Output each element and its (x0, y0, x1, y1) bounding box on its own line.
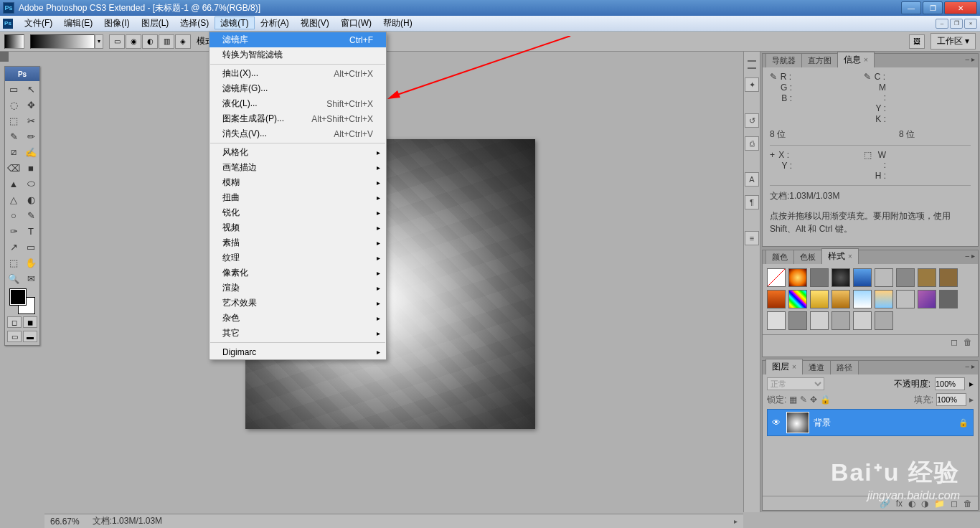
standard-mode-icon[interactable]: ◻ (7, 316, 22, 328)
tool-20[interactable]: ↗ (5, 239, 22, 255)
filter-menu-item[interactable]: 素描 (209, 235, 386, 250)
new-layer-icon[interactable]: ◻ (951, 499, 958, 509)
filter-menu-item[interactable]: 风格化 (209, 145, 386, 160)
quickmask-mode-icon[interactable]: ◼ (23, 316, 37, 328)
doc-close-button[interactable]: × (964, 19, 977, 29)
filter-menu-item[interactable]: 杂色 (209, 311, 386, 326)
menu-i[interactable]: 图像(I) (98, 16, 135, 29)
panel-menu-icon[interactable]: ▸ (971, 252, 975, 260)
filter-menu-item[interactable]: 渲染 (209, 280, 386, 296)
tool-22[interactable]: ⬚ (5, 255, 22, 270)
lock-pixels-icon[interactable]: ✎ (800, 395, 807, 405)
screen-mode-1-icon[interactable]: ▭ (7, 331, 22, 342)
filter-menu-item[interactable]: 消失点(V)...Alt+Ctrl+V (209, 126, 386, 141)
screen-mode-2-icon[interactable]: ▬ (23, 331, 37, 342)
tool-8[interactable]: ⧄ (5, 144, 22, 160)
dock-tool-icon[interactable]: ✦ (745, 77, 759, 92)
tool-1[interactable]: ↖ (22, 81, 39, 97)
style-swatch[interactable] (810, 311, 829, 330)
layer-row[interactable]: 👁 背景 🔒 (767, 409, 974, 436)
style-swatch[interactable] (918, 268, 936, 287)
style-swatch[interactable] (853, 268, 872, 287)
tool-10[interactable]: ⌫ (5, 160, 22, 176)
gradient-dropdown[interactable]: ▾ (95, 34, 103, 49)
filter-menu-item[interactable]: 像素化 (209, 265, 386, 280)
tool-24[interactable]: 🔍 (5, 270, 22, 286)
style-swatch[interactable] (875, 311, 893, 330)
menu-s[interactable]: 选择(S) (174, 16, 215, 29)
menu-e[interactable]: 编辑(E) (58, 16, 98, 29)
filter-menu-item[interactable]: 锐化 (209, 205, 386, 220)
doc-minimize-button[interactable]: – (936, 19, 948, 29)
lock-position-icon[interactable]: ✥ (810, 395, 817, 405)
tab-styles[interactable]: 样式× (821, 248, 859, 264)
style-swatch[interactable] (831, 311, 850, 330)
delete-layer-icon[interactable]: 🗑 (963, 499, 972, 509)
layer-thumbnail[interactable] (786, 412, 809, 433)
filter-menu-item[interactable]: 滤镜库Ctrl+F (209, 32, 386, 47)
opacity-input[interactable] (935, 377, 965, 390)
gradient-linear-icon[interactable]: ▭ (109, 34, 125, 49)
dock-paragraph-icon[interactable]: ¶ (745, 195, 759, 209)
style-swatch[interactable] (853, 311, 872, 330)
tab-swatches[interactable]: 色板 (793, 250, 822, 264)
gradient-angle-icon[interactable]: ◐ (142, 34, 158, 49)
tool-25[interactable]: ✉ (22, 270, 39, 286)
style-swatch[interactable] (831, 268, 850, 287)
filter-menu-item[interactable]: 抽出(X)...Alt+Ctrl+X (209, 66, 386, 81)
dock-grip-icon[interactable] (748, 60, 756, 69)
lock-transparency-icon[interactable]: ▦ (789, 395, 797, 405)
tool-15[interactable]: ◐ (22, 192, 39, 207)
zoom-level[interactable]: 66.67% (50, 517, 80, 527)
style-swatch[interactable] (810, 268, 829, 287)
menu-f[interactable]: 文件(F) (19, 16, 58, 29)
maximize-button[interactable]: ❐ (923, 1, 943, 14)
style-swatch[interactable] (788, 311, 807, 330)
filter-menu-item[interactable]: 视频 (209, 220, 386, 235)
filter-menu-item[interactable]: 滤镜库(G)... (209, 81, 386, 96)
tool-3[interactable]: ✥ (22, 97, 39, 113)
tool-14[interactable]: △ (5, 192, 22, 207)
layer-style-icon[interactable]: fx (896, 499, 903, 509)
style-swatch[interactable] (767, 311, 786, 330)
gradient-preview[interactable] (30, 34, 95, 49)
panel-menu-icon[interactable]: ▸ (971, 55, 975, 63)
tool-7[interactable]: ✏ (22, 128, 39, 144)
tool-13[interactable]: ⬭ (22, 176, 39, 192)
tool-2[interactable]: ◌ (5, 97, 22, 113)
doc-restore-button[interactable]: ❐ (950, 19, 963, 29)
style-swatch[interactable] (896, 268, 915, 287)
tab-info[interactable]: 信息× (837, 52, 875, 67)
tool-16[interactable]: ○ (5, 207, 22, 223)
tab-navigator[interactable]: 导航器 (765, 53, 802, 67)
foreground-background-colors[interactable] (10, 289, 34, 314)
filter-menu-item[interactable]: 艺术效果 (209, 296, 386, 311)
gradient-radial-icon[interactable]: ◉ (126, 34, 141, 49)
menu-t[interactable]: 滤镜(T) (215, 16, 254, 29)
close-button[interactable]: ✕ (944, 1, 977, 14)
style-swatch[interactable] (788, 290, 807, 308)
menu-w[interactable]: 窗口(W) (335, 16, 377, 29)
menu-a[interactable]: 分析(A) (255, 16, 295, 29)
style-swatch[interactable] (810, 290, 829, 308)
panel-minimize-icon[interactable]: – (965, 55, 969, 63)
tool-9[interactable]: ✍ (22, 144, 39, 160)
tool-21[interactable]: ▭ (22, 239, 39, 255)
workspace-dropdown[interactable]: 工作区 ▾ (930, 33, 976, 50)
delete-style-icon[interactable]: 🗑 (963, 337, 972, 347)
filter-menu-item[interactable]: 液化(L)...Shift+Ctrl+X (209, 96, 386, 111)
tab-layers[interactable]: 图层× (765, 359, 803, 374)
style-swatch[interactable] (831, 290, 850, 308)
filter-menu-item[interactable]: 模糊 (209, 175, 386, 190)
new-style-icon[interactable]: ◻ (951, 337, 958, 347)
tool-4[interactable]: ⬚ (5, 113, 22, 128)
panel-menu-icon[interactable]: ▸ (971, 362, 975, 370)
lock-all-icon[interactable]: 🔒 (820, 395, 831, 405)
panel-minimize-icon[interactable]: – (965, 252, 969, 260)
fill-input[interactable] (936, 393, 966, 406)
style-swatch[interactable] (939, 290, 958, 308)
style-swatch[interactable] (767, 268, 786, 287)
tool-23[interactable]: ✋ (22, 255, 39, 270)
style-swatch[interactable] (788, 268, 807, 287)
menu-v[interactable]: 视图(V) (295, 16, 335, 29)
